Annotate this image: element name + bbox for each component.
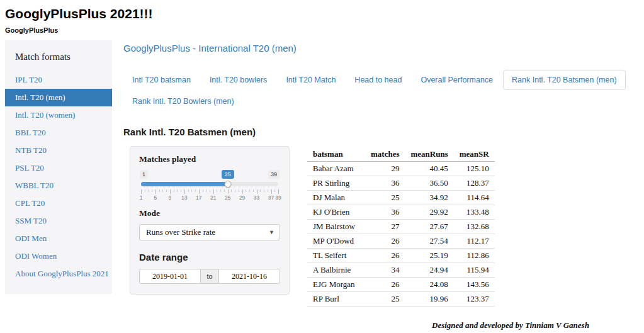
stat-cell: 36 (365, 205, 405, 220)
slider-tick-label: 29 (239, 195, 245, 201)
slider-major-tick (242, 189, 243, 194)
slider-minor-tick (191, 189, 192, 192)
chevron-down-icon: ▼ (269, 229, 274, 235)
date-range-label: Date range (139, 252, 280, 262)
slider-major-tick (228, 189, 229, 194)
slider-tick-label: 25 (225, 195, 230, 201)
table-column-header: meanRuns (405, 147, 454, 162)
slider-tick-label: 17 (196, 195, 201, 201)
slider-minor-tick (174, 189, 174, 192)
date-end-input[interactable]: 2021-10-16 (218, 269, 280, 284)
date-range-separator: to (201, 269, 218, 284)
tab[interactable]: Rank Intl. T20 Bowlers (men) (123, 91, 243, 111)
batsman-cell: RP Burl (307, 292, 365, 307)
tab[interactable]: Head to head (346, 70, 410, 90)
sidebar-item[interactable]: IPL T20 (5, 71, 112, 89)
slider-minor-tick (162, 189, 163, 192)
stat-cell: 24.94 (405, 263, 454, 278)
slider-minor-tick (268, 189, 268, 192)
stat-cell: 132.68 (454, 220, 495, 234)
slider-minor-tick (249, 189, 250, 192)
stat-cell: 26 (365, 278, 405, 292)
stat-cell: 25.19 (405, 249, 454, 263)
batsman-cell: DJ Malan (307, 191, 365, 205)
table-column-header: batsman (307, 147, 365, 162)
sidebar-item[interactable]: SSM T20 (5, 212, 112, 230)
slider-major-tick (213, 189, 214, 194)
slider-minor-tick (181, 189, 181, 192)
slider-major-tick (257, 189, 257, 194)
tab[interactable]: Intl. T20 bowlers (201, 70, 276, 90)
tab[interactable]: Rank Intl. T20 Batsmen (men) (503, 70, 626, 90)
table-body: Babar Azam2940.45125.10PR Stirling3636.5… (307, 162, 495, 307)
sidebar-item[interactable]: Intl. T20 (men) (5, 89, 112, 106)
slider-minor-tick (260, 189, 261, 192)
batsman-cell: MP O'Dowd (307, 234, 365, 249)
stat-cell: 36.50 (405, 176, 454, 191)
table-column-header: meanSR (454, 147, 495, 162)
stat-cell: 133.48 (454, 205, 495, 220)
table-header-row: batsmanmatchesmeanRunsmeanSR (307, 147, 495, 162)
tab-bar: Intl T20 batsmanIntl. T20 bowlersIntl T2… (123, 70, 634, 111)
slider-minor-tick (195, 189, 196, 192)
sidebar-item[interactable]: ODI Women (5, 247, 112, 265)
stat-cell: 29.92 (405, 205, 454, 220)
stat-cell: 19.96 (405, 292, 454, 307)
sidebar-item[interactable]: BBL T20 (5, 124, 112, 142)
sidebar-item[interactable]: WBBL T20 (5, 177, 112, 195)
slider-major-tick (141, 189, 142, 194)
slider-tick-label: 33 (254, 195, 259, 201)
slider-minor-tick (206, 189, 206, 192)
stat-cell: 27.67 (405, 220, 454, 234)
tab[interactable]: Intl T20 batsman (123, 70, 200, 90)
slider-minor-tick (203, 189, 203, 192)
slider-minor-tick (188, 189, 189, 192)
stat-cell: 115.94 (454, 263, 495, 278)
sidebar-item[interactable]: PSL T20 (5, 159, 112, 177)
slider-value-badge: 25 (222, 170, 234, 179)
stat-cell: 40.45 (405, 162, 454, 176)
slider-label: Matches played (139, 154, 280, 164)
sidebar-heading: Match formats (5, 49, 112, 71)
sidebar: Match formats IPL T20Intl. T20 (men)Intl… (5, 40, 112, 294)
app-header: GooglyPlusPlus 2021!!! GooglyPlusPlus (0, 0, 644, 34)
mode-select[interactable]: Runs over Strike rate ▼ (139, 224, 280, 240)
table-row: A Balbirnie3424.94115.94 (307, 263, 495, 278)
stat-cell: 36 (365, 176, 405, 191)
table-row: JM Bairstow2727.67132.68 (307, 220, 495, 234)
sidebar-item[interactable]: CPL T20 (5, 195, 112, 212)
sidebar-item[interactable]: About GooglyPlusPlus 2021 (5, 265, 112, 283)
stat-cell: 125.10 (454, 162, 495, 176)
sidebar-item[interactable]: ODI Men (5, 230, 112, 247)
table-row: DJ Malan2534.92114.64 (307, 191, 495, 205)
date-start-input[interactable]: 2019-01-01 (139, 269, 201, 284)
slider-handle[interactable] (224, 181, 231, 188)
slider-tick-label: 21 (210, 195, 216, 201)
tab[interactable]: Intl T20 Match (277, 70, 344, 90)
table-row: PR Stirling3636.50128.37 (307, 176, 495, 191)
stat-cell: 123.37 (454, 292, 495, 307)
stat-cell: 34 (365, 263, 405, 278)
stat-cell: 112.86 (454, 249, 495, 263)
sidebar-item[interactable]: NTB T20 (5, 142, 112, 159)
footer: Designed and developed by Tinniam V Gane… (432, 319, 634, 333)
batsman-cell: Babar Azam (307, 162, 365, 176)
results-table-section: batsmanmatchesmeanRunsmeanSR Babar Azam2… (307, 146, 495, 307)
main-content: GooglyPlusPlus - International T20 (men)… (112, 40, 644, 333)
tab[interactable]: Overall Performance (412, 70, 502, 90)
stat-cell: 25 (365, 191, 405, 205)
slider-minor-tick (220, 189, 221, 192)
matches-slider: 1 39 25 (141, 181, 278, 188)
batsman-cell: PR Stirling (307, 176, 365, 191)
slider-tick-label: 5 (154, 195, 157, 201)
slider-minor-tick (274, 189, 275, 192)
batsman-cell: A Balbirnie (307, 263, 365, 278)
slider-minor-tick (253, 189, 254, 192)
stat-cell: 27 (365, 220, 405, 234)
sidebar-item[interactable]: Intl. T20 (women) (5, 106, 112, 124)
navbar-brand[interactable]: GooglyPlusPlus (5, 26, 635, 34)
slider-minor-tick (235, 189, 235, 192)
slider-max-badge: 39 (268, 170, 280, 179)
slider-tick-label: 9 (169, 195, 172, 201)
slider-minor-tick (148, 189, 149, 192)
